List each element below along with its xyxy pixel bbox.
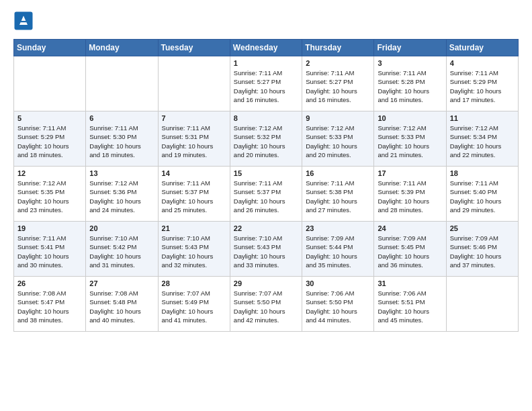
info-line: Daylight: 10 hours (450, 142, 502, 150)
info-line: and 29 minutes. (450, 206, 496, 214)
info-line: Sunset: 5:40 PM (450, 188, 497, 195)
info-line: Sunset: 5:29 PM (450, 78, 497, 85)
info-line: Sunset: 5:50 PM (234, 298, 281, 306)
calendar-cell: 22Sunrise: 7:10 AMSunset: 5:43 PMDayligh… (230, 222, 302, 277)
day-info: Sunrise: 7:11 AMSunset: 5:37 PMDaylight:… (234, 179, 298, 214)
day-number: 7 (162, 114, 226, 122)
day-info: Sunrise: 7:06 AMSunset: 5:50 PMDaylight:… (306, 289, 370, 324)
day-info: Sunrise: 7:11 AMSunset: 5:40 PMDaylight:… (450, 179, 515, 214)
day-number: 8 (234, 114, 298, 122)
day-number: 9 (306, 114, 370, 122)
calendar-cell: 6Sunrise: 7:11 AMSunset: 5:30 PMDaylight… (86, 111, 158, 167)
calendar-table: Sunday Monday Tuesday Wednesday Thursday… (13, 39, 519, 332)
info-line: Daylight: 10 hours (162, 308, 214, 315)
calendar-week-5: 26Sunrise: 7:08 AMSunset: 5:47 PMDayligh… (14, 277, 519, 332)
info-line: Sunset: 5:43 PM (162, 243, 209, 250)
info-line: Sunrise: 7:11 AM (450, 179, 498, 187)
calendar-week-4: 19Sunrise: 7:11 AMSunset: 5:41 PMDayligh… (14, 222, 519, 277)
logo-icon (13, 11, 34, 31)
calendar-cell: 23Sunrise: 7:09 AMSunset: 5:44 PMDayligh… (302, 222, 374, 277)
calendar-week-2: 5Sunrise: 7:11 AMSunset: 5:29 PMDaylight… (14, 111, 519, 167)
info-line: Sunset: 5:29 PM (17, 133, 64, 140)
info-line: Sunrise: 7:12 AM (234, 124, 282, 132)
day-number: 15 (234, 169, 298, 177)
day-number: 11 (450, 114, 515, 122)
info-line: and 20 minutes. (234, 151, 279, 158)
calendar-header: Sunday Monday Tuesday Wednesday Thursday… (14, 40, 519, 56)
day-info: Sunrise: 7:08 AMSunset: 5:48 PMDaylight:… (89, 289, 154, 324)
calendar-cell: 14Sunrise: 7:11 AMSunset: 5:37 PMDayligh… (158, 167, 230, 222)
calendar-cell: 31Sunrise: 7:06 AMSunset: 5:51 PMDayligh… (374, 277, 446, 332)
info-line: Sunset: 5:49 PM (162, 298, 209, 306)
info-line: Sunset: 5:36 PM (89, 188, 136, 195)
calendar-cell: 30Sunrise: 7:06 AMSunset: 5:50 PMDayligh… (302, 277, 374, 332)
calendar-cell: 5Sunrise: 7:11 AMSunset: 5:29 PMDaylight… (14, 111, 86, 167)
info-line: and 27 minutes. (306, 206, 351, 214)
info-line: Sunrise: 7:09 AM (378, 234, 426, 242)
col-friday: Friday (374, 40, 446, 56)
day-info: Sunrise: 7:10 AMSunset: 5:42 PMDaylight:… (89, 234, 154, 269)
info-line: Daylight: 10 hours (162, 253, 214, 260)
info-line: Daylight: 10 hours (234, 253, 285, 260)
info-line: Sunset: 5:31 PM (162, 133, 209, 140)
day-number: 31 (378, 279, 442, 287)
info-line: Daylight: 10 hours (89, 142, 141, 150)
day-info: Sunrise: 7:07 AMSunset: 5:50 PMDaylight:… (234, 289, 298, 324)
info-line: Sunset: 5:42 PM (89, 243, 136, 250)
calendar-cell: 24Sunrise: 7:09 AMSunset: 5:45 PMDayligh… (374, 222, 446, 277)
col-tuesday: Tuesday (158, 40, 230, 56)
info-line: Sunrise: 7:07 AM (234, 289, 282, 297)
calendar-cell: 3Sunrise: 7:11 AMSunset: 5:28 PMDaylight… (374, 56, 446, 111)
info-line: and 16 minutes. (306, 96, 351, 103)
info-line: and 31 minutes. (89, 261, 135, 269)
info-line: and 16 minutes. (234, 96, 279, 103)
info-line: Sunrise: 7:12 AM (306, 124, 354, 132)
day-number: 16 (306, 169, 370, 177)
day-number: 3 (378, 59, 442, 67)
info-line: Daylight: 10 hours (378, 87, 429, 95)
day-info: Sunrise: 7:09 AMSunset: 5:46 PMDaylight:… (450, 234, 515, 269)
info-line: Sunset: 5:32 PM (234, 133, 281, 140)
info-line: Daylight: 10 hours (17, 253, 69, 260)
info-line: Sunset: 5:38 PM (306, 188, 353, 195)
calendar-cell (86, 56, 158, 111)
info-line: Daylight: 10 hours (17, 308, 69, 315)
info-line: Sunrise: 7:11 AM (17, 124, 66, 132)
calendar-cell: 28Sunrise: 7:07 AMSunset: 5:49 PMDayligh… (158, 277, 230, 332)
day-info: Sunrise: 7:11 AMSunset: 5:29 PMDaylight:… (17, 124, 82, 159)
day-info: Sunrise: 7:12 AMSunset: 5:32 PMDaylight:… (234, 124, 298, 159)
info-line: Daylight: 10 hours (450, 253, 502, 260)
info-line: Daylight: 10 hours (89, 308, 141, 315)
calendar-cell (158, 56, 230, 111)
info-line: Daylight: 10 hours (234, 87, 285, 95)
info-line: Sunset: 5:37 PM (162, 188, 209, 195)
info-line: and 25 minutes. (162, 206, 208, 214)
day-number: 18 (450, 169, 515, 177)
day-number: 5 (17, 114, 82, 122)
info-line: Sunset: 5:41 PM (17, 243, 64, 250)
info-line: Sunrise: 7:10 AM (234, 234, 282, 242)
day-info: Sunrise: 7:11 AMSunset: 5:29 PMDaylight:… (450, 68, 515, 104)
info-line: Sunset: 5:35 PM (17, 188, 64, 195)
day-info: Sunrise: 7:11 AMSunset: 5:28 PMDaylight:… (378, 68, 442, 104)
day-number: 19 (17, 224, 82, 232)
info-line: Daylight: 10 hours (378, 142, 429, 150)
info-line: Daylight: 10 hours (17, 142, 69, 150)
calendar-cell: 10Sunrise: 7:12 AMSunset: 5:33 PMDayligh… (374, 111, 446, 167)
day-number: 25 (450, 224, 515, 232)
info-line: Sunrise: 7:11 AM (89, 124, 138, 132)
info-line: Sunrise: 7:11 AM (378, 69, 426, 77)
info-line: Sunrise: 7:11 AM (234, 69, 282, 77)
info-line: Daylight: 10 hours (306, 142, 357, 150)
info-line: Daylight: 10 hours (234, 308, 285, 315)
day-info: Sunrise: 7:11 AMSunset: 5:39 PMDaylight:… (378, 179, 442, 214)
info-line: Daylight: 10 hours (306, 253, 357, 260)
day-number: 26 (17, 279, 82, 287)
day-info: Sunrise: 7:11 AMSunset: 5:27 PMDaylight:… (306, 68, 370, 104)
info-line: Sunset: 5:39 PM (378, 188, 425, 195)
info-line: and 20 minutes. (306, 151, 351, 158)
info-line: Sunrise: 7:10 AM (89, 234, 138, 242)
info-line: Sunrise: 7:10 AM (162, 234, 210, 242)
calendar-cell: 25Sunrise: 7:09 AMSunset: 5:46 PMDayligh… (446, 222, 518, 277)
day-info: Sunrise: 7:12 AMSunset: 5:33 PMDaylight:… (306, 124, 370, 159)
